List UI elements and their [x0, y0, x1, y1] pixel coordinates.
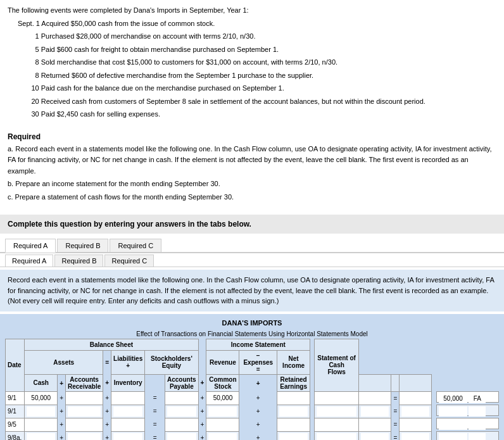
eq-operator-2: = — [391, 405, 400, 418]
cf-value-input[interactable] — [439, 433, 467, 440]
expenses-cell[interactable] — [359, 418, 391, 431]
retained-earnings-cell[interactable] — [277, 418, 310, 431]
cash-cell[interactable] — [25, 418, 58, 431]
cash-cell[interactable] — [25, 391, 58, 405]
expenses-cell[interactable] — [359, 431, 391, 440]
plus-operator-4: + — [239, 405, 277, 418]
date-cell: 9/5 — [6, 418, 25, 431]
date-cell: 9/8a. — [6, 431, 25, 440]
cf-value-input[interactable] — [439, 393, 467, 403]
revenue-cell[interactable] — [315, 391, 359, 405]
plus-operator-2: + — [103, 405, 111, 418]
eq-operator: = — [145, 418, 165, 431]
tab-required-c-outer[interactable]: Required C — [110, 239, 161, 252]
ap-cell[interactable] — [165, 431, 199, 440]
revenue-cell[interactable] — [315, 418, 359, 431]
cf-value-input[interactable] — [439, 420, 467, 430]
common-stock-cell[interactable] — [206, 431, 239, 440]
cf-code-input[interactable] — [469, 420, 486, 430]
sub-a: a. Record each event in a statements mod… — [8, 144, 496, 177]
common-stock-cell[interactable] — [206, 418, 239, 431]
section-header-row: Date Balance Sheet Income Statement Stat… — [6, 339, 499, 350]
plus-operator-3: + — [198, 391, 206, 405]
expenses-cell[interactable] — [359, 405, 391, 418]
ap-subheader: AccountsPayable — [165, 374, 199, 391]
tab-required-a-inner[interactable]: Required A — [5, 255, 53, 267]
eq-operator: = — [145, 391, 165, 405]
ar-cell[interactable] — [66, 405, 103, 418]
cash-flow-cell[interactable] — [436, 405, 499, 416]
revenue-cell[interactable] — [315, 405, 359, 418]
inventory-cell[interactable] — [111, 405, 145, 418]
cash-flow-cell[interactable] — [436, 391, 499, 403]
eq-operator-2: = — [391, 391, 400, 405]
expenses-cell[interactable] — [359, 391, 391, 405]
net-income-cell[interactable] — [400, 418, 432, 431]
separator-2 — [432, 431, 436, 440]
separator-1 — [310, 431, 315, 440]
table-subtitle: Effect of Transactions on Financial Stat… — [5, 329, 499, 339]
inventory-cell[interactable] — [111, 431, 145, 440]
plus-operator-3: + — [198, 405, 206, 418]
retained-earnings-cell[interactable] — [277, 405, 310, 418]
cf-code-input[interactable] — [469, 406, 486, 417]
table-row: 9/1++=++= — [6, 405, 499, 418]
plus-operator-3: + — [198, 431, 206, 440]
inventory-cell[interactable] — [111, 391, 145, 405]
tab-required-c-inner[interactable]: Required C — [104, 255, 154, 267]
table-company-title: DANA'S IMPORTS — [5, 317, 499, 329]
cf-value-input[interactable] — [439, 406, 467, 417]
ar-cell[interactable] — [66, 391, 103, 405]
net-income-cell[interactable] — [400, 405, 432, 418]
plus-operator: + — [58, 418, 66, 431]
table-row: 9/1++=++= — [6, 391, 499, 405]
retained-earnings-cell[interactable] — [277, 431, 310, 440]
asset-liability-header-row: Assets = Liabilities + Stockholders' Equ… — [6, 350, 499, 374]
tab-required-b-inner[interactable]: Required B — [54, 255, 103, 267]
separator-2 — [432, 418, 436, 431]
revenue-cell[interactable] — [315, 431, 359, 440]
retained-earnings-cell[interactable] — [277, 391, 310, 405]
plus-operator: + — [58, 431, 66, 440]
common-stock-cell[interactable] — [206, 391, 239, 405]
cf-code-input[interactable] — [469, 433, 486, 440]
table-container: DANA'S IMPORTS Effect of Transactions on… — [0, 314, 504, 440]
event-5: 8 Returned $600 of defective merchandise… — [18, 70, 496, 81]
event-3: 5 Paid $600 cash for freight to obtain m… — [18, 44, 496, 55]
separator-2 — [432, 405, 436, 418]
cash-cell[interactable] — [25, 431, 58, 440]
eq-operator-2: = — [391, 431, 400, 440]
ar-cell[interactable] — [66, 431, 103, 440]
cash-subheader: Cash — [25, 374, 58, 391]
net-income-cell[interactable] — [400, 391, 432, 405]
inventory-subheader: Inventory — [111, 374, 145, 391]
separator-1 — [310, 391, 315, 405]
cash-flow-cell[interactable] — [436, 418, 499, 429]
plus-operator-4: + — [239, 391, 277, 405]
statements-table: Date Balance Sheet Income Statement Stat… — [5, 339, 499, 440]
plus-operator-4: + — [239, 418, 277, 431]
net-income-cell[interactable] — [400, 431, 432, 440]
common-stock-cell[interactable] — [206, 405, 239, 418]
tab-required-b-outer[interactable]: Required B — [57, 239, 108, 252]
plus-operator-4: + — [239, 431, 277, 440]
sub-b: b. Prepare an income statement for the m… — [8, 179, 496, 190]
ap-cell[interactable] — [165, 418, 199, 431]
plus-operator: + — [58, 391, 66, 405]
ar-cell[interactable] — [66, 418, 103, 431]
plus-operator-3: + — [198, 418, 206, 431]
event-8: 30 Paid $2,450 cash for selling expenses… — [18, 109, 496, 120]
ap-cell[interactable] — [165, 391, 199, 405]
sub-c: c. Prepare a statement of cash flows for… — [8, 192, 496, 203]
cash-cell[interactable] — [25, 405, 58, 418]
plus-operator-2: + — [103, 391, 111, 405]
ap-cell[interactable] — [165, 405, 199, 418]
inventory-cell[interactable] — [111, 418, 145, 431]
tab-required-a-outer[interactable]: Required A — [5, 239, 56, 253]
complete-box: Complete this question by entering your … — [0, 215, 504, 234]
cash-flow-cell[interactable] — [436, 431, 499, 440]
cf-code-input[interactable] — [469, 393, 486, 403]
plus-operator: + — [58, 405, 66, 418]
expenses-header: − Expenses = — [239, 350, 277, 374]
event-2: 1 Purchased $28,000 of merchandise on ac… — [18, 31, 496, 42]
